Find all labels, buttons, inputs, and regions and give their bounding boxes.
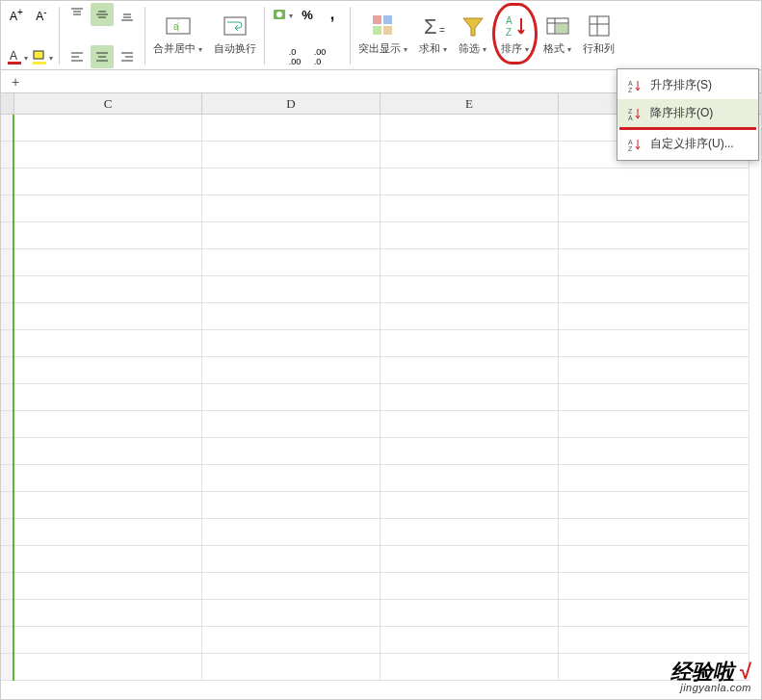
fill-color-icon <box>31 48 48 65</box>
font-shrink-icon: A- <box>36 7 46 23</box>
table-row[interactable] <box>1 654 761 681</box>
sum-label: 求和 <box>419 41 440 56</box>
format-button[interactable]: 格式 <box>538 3 577 65</box>
col-header-d[interactable]: D <box>202 93 381 114</box>
conditional-format-button[interactable]: 突出显示 <box>353 3 413 65</box>
table-row[interactable] <box>1 330 761 357</box>
align-bottom-icon <box>119 7 135 22</box>
align-right-icon <box>119 49 135 65</box>
autosum-button[interactable]: Σ= 求和 <box>413 3 453 65</box>
selection-border <box>13 115 14 681</box>
table-row[interactable] <box>1 492 761 519</box>
sort-descending-item[interactable]: ZA 降序排序(O) <box>617 99 758 127</box>
rowcol-icon <box>586 13 613 39</box>
filter-button[interactable]: 筛选 <box>453 3 492 65</box>
table-row[interactable] <box>1 357 761 384</box>
fill-color-button[interactable] <box>30 45 53 68</box>
table-row[interactable] <box>1 384 761 411</box>
col-header-e[interactable]: E <box>381 93 559 114</box>
table-row[interactable] <box>1 546 761 573</box>
table-row[interactable] <box>1 249 761 276</box>
watermark-text: 经验啦 <box>670 660 734 684</box>
number-format-group: % , .0.00 .00.0 <box>267 3 348 68</box>
sort-label: 排序 <box>501 41 522 56</box>
font-shrink-button[interactable]: A- <box>30 3 53 26</box>
wrap-text-button[interactable]: 自动换行 <box>208 3 262 65</box>
align-middle-button[interactable] <box>91 3 114 26</box>
format-label: 格式 <box>543 41 565 56</box>
sort-custom-label: 自定义排序(U)... <box>650 136 734 152</box>
svg-rect-3 <box>33 62 46 65</box>
align-top-button[interactable] <box>66 3 89 26</box>
align-bottom-button[interactable] <box>116 3 139 26</box>
merge-label: 合并居中 <box>153 41 196 56</box>
col-header-c[interactable]: C <box>14 93 202 114</box>
align-right-button[interactable] <box>116 45 139 68</box>
svg-rect-2 <box>34 51 43 59</box>
funnel-icon <box>460 13 486 39</box>
font-color-button[interactable]: A <box>5 45 28 68</box>
table-row[interactable] <box>1 222 761 249</box>
align-left-icon <box>69 49 85 65</box>
name-box-expand[interactable]: + <box>7 74 24 90</box>
font-size-group: A+ A- A <box>1 3 57 68</box>
sort-icon: AZ <box>502 13 529 39</box>
watermark: 经验啦 √ jingyanla.com <box>670 661 751 693</box>
decrease-decimal-button[interactable]: .00.0 <box>308 45 331 68</box>
svg-rect-30 <box>373 26 381 35</box>
watermark-url: jingyanla.com <box>670 683 751 693</box>
sort-custom-item[interactable]: AZ 自定义排序(U)... <box>617 130 758 158</box>
align-center-icon <box>94 49 110 65</box>
svg-text:Σ: Σ <box>424 14 437 39</box>
svg-rect-28 <box>373 15 381 24</box>
table-row[interactable] <box>1 195 761 222</box>
table-row[interactable] <box>1 519 761 546</box>
cond-format-label: 突出显示 <box>358 41 401 56</box>
svg-point-27 <box>276 12 282 17</box>
svg-text:Z: Z <box>628 108 633 115</box>
spreadsheet-grid[interactable] <box>1 115 761 681</box>
percent-button[interactable]: % <box>296 3 319 26</box>
rowcol-button[interactable]: 行和列 <box>577 3 620 65</box>
font-grow-icon: A+ <box>10 7 23 23</box>
comma-icon: , <box>330 6 334 23</box>
rowcol-label: 行和列 <box>583 41 615 56</box>
sort-ascending-item[interactable]: AZ 升序排序(S) <box>617 71 758 99</box>
select-all-corner[interactable] <box>1 93 14 114</box>
font-grow-button[interactable]: A+ <box>5 3 28 26</box>
sort-desc-icon: ZA <box>627 106 643 121</box>
currency-icon <box>273 7 288 22</box>
table-row[interactable] <box>1 573 761 600</box>
svg-text:A: A <box>628 80 633 87</box>
ribbon-toolbar: A+ A- A a 合并居中 <box>1 1 761 70</box>
table-row[interactable] <box>1 411 761 438</box>
svg-rect-39 <box>556 24 567 33</box>
table-row[interactable] <box>1 600 761 627</box>
table-row[interactable] <box>1 169 761 195</box>
merge-cells-button[interactable]: a 合并居中 <box>147 3 208 65</box>
table-row[interactable] <box>1 627 761 654</box>
inc-decimal-icon: .0.00 <box>289 47 302 66</box>
table-row[interactable] <box>1 438 761 465</box>
svg-text:a: a <box>173 21 179 32</box>
table-row[interactable] <box>1 465 761 492</box>
sort-button[interactable]: AZ 排序 <box>492 3 538 65</box>
svg-rect-29 <box>383 15 392 24</box>
table-row[interactable] <box>1 303 761 330</box>
increase-decimal-button[interactable]: .0.00 <box>283 45 306 68</box>
svg-rect-31 <box>383 26 392 35</box>
comma-button[interactable]: , <box>321 3 344 26</box>
sort-custom-icon: AZ <box>627 137 643 152</box>
align-top-icon <box>69 7 85 22</box>
svg-text:A: A <box>628 115 633 120</box>
table-row[interactable] <box>1 276 761 303</box>
align-left-button[interactable] <box>66 45 89 68</box>
wrap-label: 自动换行 <box>214 41 256 56</box>
svg-text:A: A <box>506 15 512 26</box>
sort-asc-label: 升序排序(S) <box>650 77 712 93</box>
align-center-button[interactable] <box>91 45 114 68</box>
svg-text:Z: Z <box>628 87 633 92</box>
font-color-icon: A <box>6 48 23 65</box>
currency-button[interactable] <box>271 3 294 26</box>
sort-dropdown-menu: AZ 升序排序(S) ZA 降序排序(O) AZ 自定义排序(U)... <box>617 68 759 161</box>
